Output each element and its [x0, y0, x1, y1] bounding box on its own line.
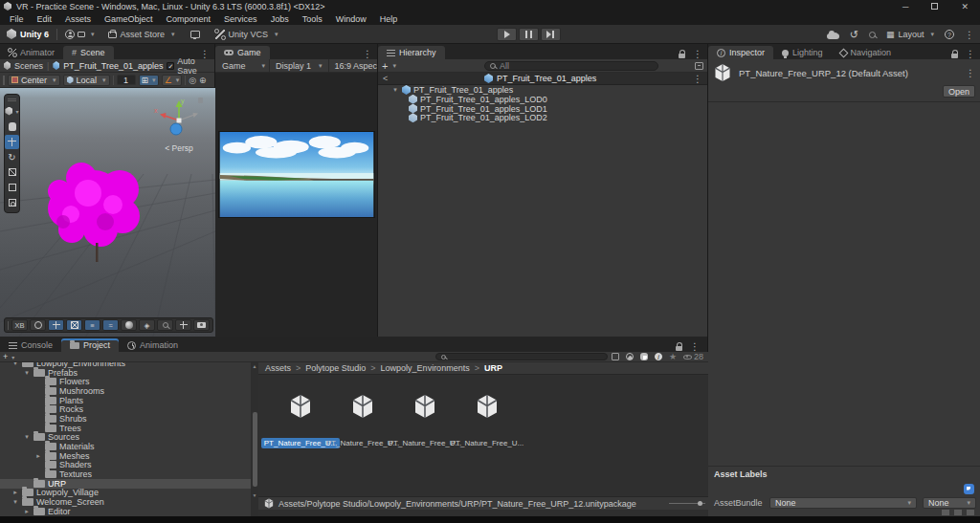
search-overlay-button[interactable] [157, 319, 173, 331]
auto-save-toggle[interactable]: ✓ Auto Save [167, 56, 211, 76]
gizmos-button[interactable]: ◈ [139, 319, 155, 331]
game-more-icon[interactable]: ⋮ [363, 49, 377, 59]
screen-share-icon[interactable] [190, 31, 200, 38]
asset-item[interactable]: PT_Nature_Free_U... [332, 394, 393, 448]
hierarchy-item-lod2[interactable]: PT_Fruit_Tree_01_apples_LOD2 [378, 113, 707, 122]
account-button[interactable]: ▾ [65, 30, 95, 39]
prefab-header-name[interactable]: PT_Fruit_Tree_01_apples [497, 74, 596, 83]
lock-icon[interactable] [951, 54, 958, 58]
tab-navigation[interactable]: Navigation [832, 46, 901, 59]
hierarchy-item-lod0[interactable]: PT_Fruit_Tree_01_apples_LOD0 [378, 95, 707, 104]
project-search-input[interactable] [435, 353, 608, 360]
tree-item[interactable]: ▾Sources [0, 433, 251, 443]
lock-icon[interactable] [676, 346, 682, 351]
overlay-drag-handle[interactable] [8, 98, 16, 99]
orientation-button[interactable]: Local▾ [63, 75, 110, 86]
asset-store-button[interactable]: Asset Store ▾ [108, 30, 175, 39]
scene-viewport[interactable]: ▾ ↻ y x [0, 88, 215, 337]
create-asset-button[interactable]: + ▾ [0, 352, 14, 361]
create-object-button[interactable]: + ▾ [382, 61, 396, 71]
waves-button[interactable]: ≈ [102, 319, 119, 331]
tab-animation[interactable]: Animation [119, 338, 187, 352]
menu-file[interactable]: File [4, 14, 30, 24]
scenes-label[interactable]: Scenes [14, 61, 43, 71]
tree-item-selected[interactable]: URP [0, 479, 251, 489]
menu-edit[interactable]: Edit [32, 14, 58, 24]
hierarchy-item-root[interactable]: ▾ PT_Fruit_Tree_01_apples [378, 85, 707, 95]
tree-item[interactable]: Flowers [0, 377, 251, 386]
hierarchy-search-input[interactable]: All [484, 61, 658, 71]
game-viewport[interactable] [218, 131, 375, 218]
search-filter-icon[interactable] [695, 62, 703, 70]
search-icon[interactable] [869, 32, 876, 38]
frame-button[interactable] [66, 319, 82, 331]
tree-item[interactable]: ▾Prefabs [0, 368, 251, 378]
maximize-button[interactable] [931, 3, 938, 10]
globe-button[interactable] [30, 319, 46, 331]
breadcrumb-lowpoly[interactable]: Lowpoly_Environments [381, 363, 470, 373]
hierarchy-item-lod1[interactable]: PT_Fruit_Tree_01_apples_LOD1 [378, 104, 707, 114]
tree-item[interactable]: Materials [0, 442, 251, 451]
inspector-more-icon[interactable]: ⋮ [966, 49, 975, 59]
transform-tool-button[interactable] [5, 196, 19, 210]
menu-services[interactable]: Services [218, 14, 263, 24]
display-dropdown[interactable]: Display 1▾ [270, 59, 329, 72]
rotate-tool-button[interactable]: ↻ [5, 150, 19, 164]
menu-assets[interactable]: Assets [59, 14, 97, 24]
tab-console[interactable]: Console [0, 338, 61, 352]
menu-tools[interactable]: Tools [297, 14, 328, 24]
grid-snap-button[interactable]: ⊞ ▾ [139, 75, 159, 86]
move-tool-button[interactable] [5, 135, 19, 149]
tree-scrollbar[interactable]: ▲ ▼ [251, 362, 258, 516]
prefab-header-more-icon[interactable]: ⋮ [693, 74, 702, 84]
close-button[interactable]: ✕ [961, 2, 969, 11]
grid-size-field[interactable]: 1 [117, 75, 136, 85]
undo-history-icon[interactable]: ↺ [850, 29, 858, 41]
asset-more-icon[interactable]: ⋮ [966, 68, 975, 78]
lock-icon[interactable] [679, 54, 685, 58]
persp-label[interactable]: Persp [172, 143, 193, 153]
menu-component[interactable]: Component [161, 14, 217, 24]
levels-button[interactable]: ≡ [84, 319, 100, 331]
asset-item[interactable]: PT_Nature_Free_U... [457, 394, 518, 448]
game-mode-dropdown[interactable]: Game▾ [218, 59, 270, 72]
tab-inspector[interactable]: Inspector [708, 46, 773, 59]
camera-button[interactable] [193, 319, 210, 331]
search-by-label-icon[interactable] [640, 353, 648, 360]
tab-lighting[interactable]: Lighting [773, 46, 832, 59]
move-snap-button[interactable] [48, 319, 64, 331]
xb-button[interactable]: XB [11, 319, 28, 331]
breadcrumb-assets[interactable]: Assets [265, 363, 291, 373]
orientation-gizmo[interactable]: y x < Persp [152, 96, 206, 155]
hierarchy-more-icon[interactable]: ⋮ [693, 49, 702, 59]
search-by-type-icon[interactable] [655, 353, 662, 360]
open-button[interactable]: Open [943, 85, 975, 98]
aspect-dropdown[interactable]: 16:9 Aspect [329, 59, 377, 72]
label-tag-icon[interactable] [964, 484, 974, 494]
tab-project[interactable]: Project [61, 338, 119, 352]
tree-item[interactable]: Mushrooms [0, 386, 251, 396]
assetbundle-dropdown[interactable]: None ▾ [769, 497, 917, 509]
scrollbar-thumb[interactable] [253, 412, 257, 487]
menu-gameobject[interactable]: GameObject [99, 14, 159, 24]
skybox-button[interactable] [121, 319, 137, 331]
tree-item[interactable]: ▸Meshes [0, 451, 251, 461]
menu-help[interactable]: Help [374, 14, 404, 24]
favorites-star-icon[interactable]: ★ [669, 352, 677, 361]
breadcrumb-urp[interactable]: URP [484, 363, 502, 373]
asset-labels-header[interactable]: Asset Labels [708, 467, 980, 482]
menu-window[interactable]: Window [330, 14, 372, 24]
layout-dropdown[interactable]: ▦ Layout ▾ [886, 30, 934, 39]
pause-button[interactable] [519, 28, 539, 41]
menu-jobs[interactable]: Jobs [265, 14, 295, 24]
tab-hierarchy[interactable]: Hierarchy [378, 46, 445, 59]
expand-arrow-icon[interactable]: ▾ [391, 86, 399, 94]
thumbnail-zoom-slider[interactable] [669, 501, 702, 506]
tab-game[interactable]: Game [215, 46, 270, 59]
slider-handle[interactable] [698, 501, 702, 506]
magenta-tree-object[interactable] [38, 151, 167, 266]
snap-increment-button[interactable]: ∠ ▾ [162, 75, 183, 86]
step-button[interactable] [541, 28, 561, 41]
scale-tool-button[interactable] [5, 165, 19, 180]
asset-item-selected[interactable]: PT_Nature_Free_U... [270, 394, 331, 448]
